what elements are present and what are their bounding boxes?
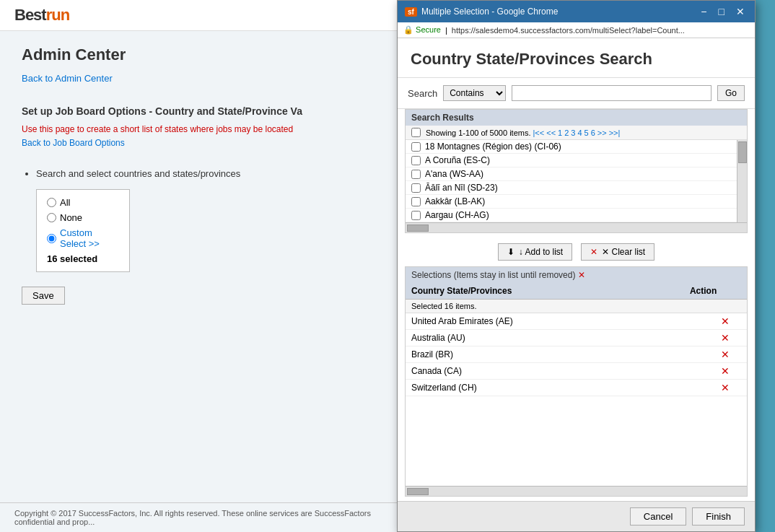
selections-table: Country State/Provinces Action [406, 283, 747, 300]
radio-none-input[interactable] [47, 213, 56, 222]
search-input[interactable] [512, 85, 711, 101]
page-3-link[interactable]: 3 [571, 128, 575, 137]
modal-body: Country State/Provinces Search Search Co… [398, 38, 755, 501]
results-horiz-thumb[interactable] [407, 224, 429, 232]
selection-action-0[interactable]: ✕ [704, 313, 747, 329]
modal-page-title: Country State/Provinces Search [398, 38, 755, 78]
select-all-checkbox[interactable] [411, 128, 421, 137]
selection-action-2[interactable]: ✕ [704, 346, 747, 362]
back-to-admin-link[interactable]: Back to Admin Center [22, 73, 113, 84]
bullet-section: Search and select countries and states/p… [22, 168, 379, 179]
result-item-3[interactable]: Āālī an Nīl (SD-23) [406, 181, 737, 195]
add-clear-section: ⬇ ↓ Add to list ✕ ✕ Clear list [398, 237, 755, 266]
radio-custom[interactable]: Custom Select >> [47, 227, 119, 249]
custom-select-link[interactable]: Custom Select >> [60, 227, 119, 249]
selection-name-2: Brazil (BR) [406, 347, 704, 362]
save-button[interactable]: Save [22, 287, 65, 305]
maximize-button[interactable]: □ [716, 6, 727, 17]
clear-list-button[interactable]: ✕ ✕ Clear list [581, 243, 654, 261]
result-item-1[interactable]: A Coruña (ES-C) [406, 154, 737, 167]
showing-text: Showing 1-100 [426, 128, 478, 137]
selected-count: 16 selected [47, 253, 119, 264]
selection-row-3: Canada (CA) ✕ [406, 363, 747, 380]
clear-label: ✕ Clear list [602, 247, 645, 257]
page-5-link[interactable]: 5 [584, 128, 589, 137]
clear-x-icon: ✕ [590, 247, 597, 257]
selection-action-3[interactable]: ✕ [704, 363, 747, 379]
back-to-job-board-link[interactable]: Back to Job Board Options [22, 138, 125, 148]
page-6-link[interactable]: 6 [591, 128, 595, 137]
radio-none-label: None [60, 212, 82, 223]
result-label-1: A Coruña (ES-C) [425, 155, 490, 165]
results-scroll-thumb[interactable] [738, 141, 747, 163]
radio-custom-input[interactable] [47, 234, 56, 243]
result-item-4[interactable]: Aakkâr (LB-AK) [406, 195, 737, 209]
selection-name-3: Canada (CA) [406, 364, 704, 378]
remove-icon-3[interactable]: ✕ [721, 365, 730, 377]
result-checkbox-4[interactable] [411, 197, 421, 206]
modal-controls: − □ ✕ [698, 6, 748, 17]
page-2-link[interactable]: 2 [564, 128, 569, 137]
result-checkbox-0[interactable] [411, 142, 421, 152]
result-checkbox-5[interactable] [411, 211, 421, 220]
copyright: Copyright © 2017 SuccessFactors, Inc. Al… [0, 502, 404, 532]
modal-title-text: Multiple Selection - Google Chrome [421, 6, 558, 17]
next-page-link[interactable]: >> [597, 128, 607, 137]
remove-icon-0[interactable]: ✕ [721, 315, 730, 327]
selections-horiz-thumb[interactable] [407, 488, 429, 495]
logo-text: Bestrun [14, 6, 69, 24]
modal-window: sf Multiple Selection - Google Chrome − … [397, 0, 756, 532]
result-checkbox-2[interactable] [411, 170, 421, 179]
selections-close-icon[interactable]: ✕ [578, 270, 585, 280]
finish-button[interactable]: Finish [692, 507, 745, 526]
modal-title-left: sf Multiple Selection - Google Chrome [405, 6, 558, 17]
search-type-select[interactable]: Contains Starts with Ends with [443, 85, 506, 101]
bullet-item: Search and select countries and states/p… [36, 168, 379, 179]
results-horiz-scroll[interactable] [406, 222, 747, 232]
admin-header: Bestrun [0, 0, 400, 31]
radio-all[interactable]: All [47, 197, 119, 208]
go-button[interactable]: Go [717, 85, 745, 101]
radio-none[interactable]: None [47, 212, 119, 223]
last-page-link[interactable]: >>| [609, 128, 621, 137]
remove-icon-1[interactable]: ✕ [721, 332, 730, 344]
add-to-list-button[interactable]: ⬇ ↓ Add to list [498, 243, 572, 261]
selections-header: Selections (Items stay in list until rem… [406, 267, 747, 283]
admin-content: Admin Center Back to Admin Center Set up… [0, 31, 400, 319]
remove-icon-2[interactable]: ✕ [721, 349, 730, 360]
prev-page-link[interactable]: << [546, 128, 556, 137]
radio-all-label: All [60, 197, 70, 208]
modal-addressbar: 🔒 Secure | https://salesdemo4.successfac… [398, 22, 755, 38]
of-text: of 5000 items. [481, 128, 530, 137]
cancel-button[interactable]: Cancel [630, 507, 686, 526]
selection-name-1: Australia (AU) [406, 331, 704, 345]
result-item-0[interactable]: 18 Montagnes (Région des) (CI-06) [406, 140, 737, 154]
result-label-4: Aakkâr (LB-AK) [425, 196, 485, 206]
selections-horiz-scroll[interactable] [406, 486, 747, 496]
selection-row-2: Brazil (BR) ✕ [406, 346, 747, 363]
radio-all-input[interactable] [47, 198, 56, 207]
modal-titlebar: sf Multiple Selection - Google Chrome − … [398, 1, 755, 22]
selection-action-1[interactable]: ✕ [704, 330, 747, 346]
search-label: Search [408, 88, 437, 99]
selection-action-4[interactable]: ✕ [704, 380, 747, 396]
result-checkbox-3[interactable] [411, 183, 421, 193]
result-checkbox-1[interactable] [411, 156, 421, 165]
minimize-button[interactable]: − [698, 6, 709, 17]
result-item-5[interactable]: Aargau (CH-AG) [406, 209, 737, 222]
first-page-link[interactable]: |<< [533, 128, 544, 137]
col-action-header: Action [660, 283, 747, 300]
results-section: Search Results Showing 1-100 of 5000 ite… [405, 109, 748, 233]
close-button[interactable]: ✕ [733, 6, 748, 17]
result-label-2: A'ana (WS-AA) [425, 169, 483, 179]
result-item-2[interactable]: A'ana (WS-AA) [406, 167, 737, 181]
admin-background: Bestrun Admin Center Back to Admin Cente… [0, 0, 400, 532]
result-label-3: Āālī an Nīl (SD-23) [425, 183, 498, 193]
page-1-link[interactable]: 1 [558, 128, 562, 137]
page-4-link[interactable]: 4 [577, 128, 582, 137]
results-scrollbar[interactable] [737, 140, 747, 222]
sf-browser-icon: sf [405, 7, 417, 17]
results-inner: 18 Montagnes (Région des) (CI-06) A Coru… [406, 140, 747, 222]
remove-icon-4[interactable]: ✕ [721, 382, 730, 393]
col-country-header: Country State/Provinces [406, 283, 660, 300]
